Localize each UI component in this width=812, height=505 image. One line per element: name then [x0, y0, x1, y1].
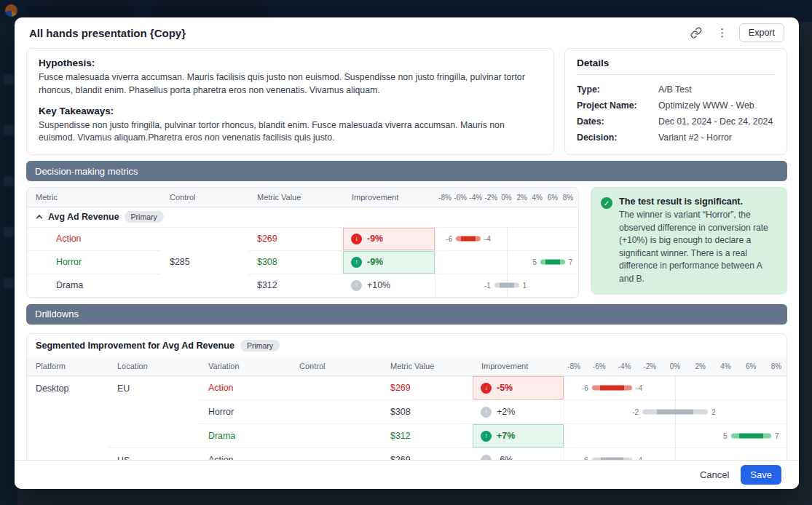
- location-cell: EU: [109, 376, 200, 448]
- link-icon: [690, 27, 702, 39]
- modal-header: All hands presentation {Copy} ⋮ Export: [15, 17, 799, 48]
- chevron-up-icon: [36, 214, 43, 220]
- improvement-value: -5%: [497, 383, 513, 393]
- col-metric-value: Metric Value: [248, 188, 343, 207]
- metric-variation-row: Horror$308↑-9%57: [27, 250, 578, 274]
- improvement-cell: ↓-5%: [473, 376, 564, 400]
- axis-tick: 6%: [746, 362, 756, 370]
- control-value-cell: [291, 424, 382, 448]
- variation-name-cell: Action: [27, 227, 161, 250]
- metrics-header-row: Metric Control Metric Value Improvement …: [27, 188, 578, 207]
- drilldowns-tbody: DesktopEUAction$269↓-5%-6-4Horror$308↑+2…: [27, 376, 787, 461]
- improvement-value: -6%: [497, 455, 513, 460]
- interval-bar: [456, 236, 481, 242]
- improvement-chart-cell: -11: [435, 274, 578, 297]
- drilldowns-card: Segmented Improvement for Avg Ad Revenue…: [26, 333, 787, 461]
- control-value-cell: [291, 400, 382, 424]
- drilldowns-section-header: Drilldowns: [26, 304, 787, 325]
- axis-tick: 4%: [532, 193, 543, 201]
- detail-label: Dates:: [577, 114, 658, 130]
- metrics-table: Metric Control Metric Value Improvement …: [27, 188, 578, 298]
- drilldowns-subtitle-row: Segmented Improvement for Avg Ad Revenue…: [27, 334, 787, 357]
- metric-group-row[interactable]: Avg Ad Revenue Primary: [27, 207, 578, 227]
- drilldowns-header-row: Platform Location Variation Control Metr…: [27, 357, 787, 376]
- arrow-up-icon: ↑: [481, 407, 492, 418]
- axis-tick: -8%: [438, 193, 452, 201]
- chart-track: -6-4: [446, 228, 569, 250]
- header-actions: ⋮ Export: [687, 23, 784, 42]
- improvement-badge: ↑+2%: [473, 400, 564, 424]
- significance-panel: ✓ The test result is significant. The wi…: [591, 187, 787, 295]
- arrow-down-icon: ↓: [481, 455, 492, 461]
- interval-bar: [592, 458, 633, 461]
- modal-body: Hypothesis: Fusce malesuada viverra accu…: [15, 48, 799, 460]
- primary-badge: Primary: [240, 340, 280, 351]
- col-improvement-axis: -8%-6%-4%-2%0%2%4%6%8%: [435, 188, 578, 207]
- significance-title: The test result is significant.: [619, 196, 777, 207]
- interval-bar: [494, 283, 519, 288]
- improvement-value: +7%: [497, 431, 515, 441]
- share-link-button[interactable]: [687, 23, 706, 42]
- drilldown-row: USAction$269↓-6%-6-4: [27, 448, 787, 461]
- axis-tick: -8%: [567, 362, 580, 370]
- metric-value-cell: $312: [248, 274, 343, 297]
- axis-tick: 8%: [771, 362, 781, 370]
- export-button[interactable]: Export: [739, 23, 784, 42]
- chart-track: -11: [446, 274, 569, 297]
- metrics-section-header: Decision-making metrics: [26, 161, 787, 181]
- col-improvement-axis: -8%-6%-4%-2%0%2%4%6%8%: [564, 357, 787, 376]
- more-options-button[interactable]: ⋮: [713, 23, 732, 42]
- metric-value-cell: $269: [382, 376, 473, 400]
- metric-value-cell: $308: [382, 400, 473, 424]
- modal-footer: Cancel Save: [15, 460, 799, 489]
- axis-tick: 4%: [720, 362, 730, 370]
- improvement-badge: ↑+7%: [473, 424, 564, 448]
- control-value-cell: [291, 376, 382, 400]
- improvement-value: +2%: [497, 407, 515, 417]
- col-metric-value: Metric Value: [382, 357, 473, 376]
- details-row: Decision:Variant #2 - Horror: [577, 130, 775, 146]
- chart-track: 57: [575, 424, 777, 448]
- col-improvement: Improvement: [473, 357, 564, 376]
- primary-badge: Primary: [125, 211, 164, 223]
- hypothesis-heading: Hypothesis:: [39, 57, 542, 68]
- arrow-up-icon: ↑: [481, 431, 492, 442]
- detail-value: Optimizely WWW - Web: [658, 98, 754, 114]
- improvement-chart-cell: -6-4: [564, 448, 787, 461]
- arrow-down-icon: ↓: [351, 234, 362, 244]
- interval-min-label: -1: [484, 282, 491, 290]
- key-takeaways-heading: Key Takeaways:: [39, 106, 542, 116]
- improvement-badge: ↓-9%: [343, 228, 435, 250]
- axis-tick: 8%: [563, 193, 573, 201]
- variation-name-cell: Horror: [200, 400, 291, 424]
- axis-tick: -2%: [484, 193, 497, 201]
- details-rows: Type:A/B TestProject Name:Optimizely WWW…: [577, 81, 775, 146]
- hypothesis-card: Hypothesis: Fusce malesuada viverra accu…: [26, 48, 554, 155]
- details-row: Project Name:Optimizely WWW - Web: [577, 98, 775, 114]
- kebab-menu-icon: ⋮: [717, 26, 728, 39]
- drilldown-row: DesktopEUAction$269↓-5%-6-4: [27, 376, 787, 400]
- improvement-cell: ↓-6%: [473, 448, 564, 461]
- improvement-cell: ↑+7%: [473, 424, 564, 448]
- axis-tick: -4%: [618, 362, 631, 370]
- improvement-badge: ↓-5%: [473, 376, 564, 399]
- control-value-cell: [291, 448, 382, 461]
- details-row: Dates:Dec 01, 2024 - Dec 24, 2024: [577, 114, 775, 130]
- detail-label: Project Name:: [577, 98, 658, 114]
- key-takeaways-body: Suspendisse non justo fringilla, pulvina…: [39, 119, 542, 146]
- save-button[interactable]: Save: [741, 465, 781, 485]
- drilldowns-table: Platform Location Variation Control Metr…: [27, 357, 787, 461]
- improvement-badge: ↑-9%: [343, 251, 435, 274]
- improvement-chart-cell: -6-4: [564, 376, 787, 400]
- col-control: Control: [161, 188, 248, 207]
- metrics-tbody: Action$285$269↓-9%-6-4Horror$308↑-9%57Dr…: [27, 227, 578, 297]
- interval-max-label: 7: [775, 432, 779, 440]
- metric-value-cell: $269: [382, 448, 473, 461]
- variation-name-cell: Drama: [200, 424, 291, 448]
- metrics-row: Metric Control Metric Value Improvement …: [26, 187, 787, 298]
- cancel-button[interactable]: Cancel: [700, 469, 729, 480]
- improvement-cell: ↓-9%: [343, 227, 435, 250]
- improvement-cell: ↑-9%: [343, 250, 435, 274]
- improvement-badge: ↓-6%: [473, 448, 564, 460]
- col-location: Location: [109, 357, 200, 376]
